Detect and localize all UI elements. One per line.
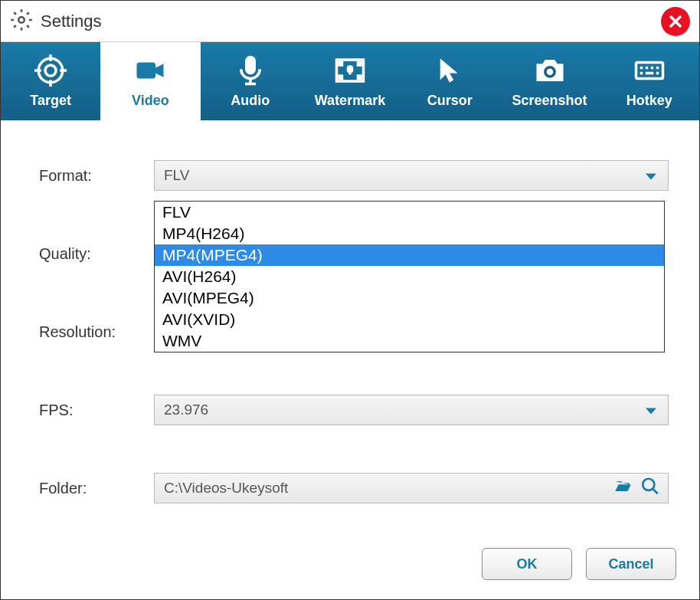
tab-bar: Target Video Audio (1, 42, 699, 120)
tab-video[interactable]: Video (100, 42, 200, 120)
camera-icon (534, 54, 566, 87)
folder-value: C:\Videos-Ukeysoft (164, 480, 288, 497)
tab-label: Screenshot (512, 93, 587, 109)
cursor-icon (433, 54, 466, 87)
svg-rect-13 (358, 62, 361, 65)
tab-label: Cursor (427, 93, 473, 109)
svg-rect-19 (646, 66, 649, 69)
video-icon (134, 54, 166, 87)
tab-target[interactable]: Target (1, 42, 100, 120)
close-button[interactable] (661, 7, 690, 36)
format-option[interactable]: MP4(MPEG4) (155, 244, 664, 266)
dialog-buttons: OK Cancel (482, 548, 676, 580)
format-row: Format: FLV (39, 159, 669, 192)
fps-label: FPS: (39, 402, 154, 419)
fps-row: FPS: 23.976 (39, 393, 669, 427)
window-title: Settings (41, 11, 102, 31)
svg-rect-22 (640, 71, 643, 74)
browse-icon[interactable] (640, 477, 660, 500)
svg-point-0 (18, 17, 25, 23)
svg-rect-8 (246, 57, 254, 73)
format-option[interactable]: FLV (155, 202, 664, 223)
ok-button[interactable]: OK (482, 548, 572, 580)
gear-icon (10, 8, 33, 34)
folder-input[interactable]: C:\Videos-Ukeysoft (154, 473, 669, 503)
open-folder-icon[interactable] (613, 477, 633, 500)
svg-rect-17 (636, 62, 662, 78)
format-select[interactable]: FLV (154, 160, 669, 191)
format-option[interactable]: AVI(H264) (155, 266, 664, 287)
watermark-icon (334, 54, 366, 87)
format-option[interactable]: AVI(MPEG4) (155, 287, 664, 309)
svg-rect-14 (339, 76, 342, 79)
svg-point-25 (643, 479, 654, 490)
tab-cursor[interactable]: Cursor (400, 42, 499, 120)
tab-watermark[interactable]: Watermark (300, 42, 400, 120)
svg-rect-12 (339, 62, 342, 65)
svg-rect-7 (137, 62, 156, 78)
tab-label: Target (30, 93, 71, 109)
svg-point-1 (38, 58, 63, 83)
tab-label: Audio (231, 93, 270, 109)
cancel-button[interactable]: Cancel (586, 548, 676, 580)
tab-label: Hotkey (626, 93, 672, 109)
close-icon (668, 14, 683, 29)
content-panel: Format: FLV Quality: Resolution: FPS: 23… (1, 120, 699, 565)
svg-rect-20 (651, 66, 654, 69)
tab-screenshot[interactable]: Screenshot (499, 42, 599, 120)
resolution-label: Resolution: (39, 323, 154, 341)
svg-rect-18 (640, 66, 643, 69)
tab-audio[interactable]: Audio (201, 42, 300, 120)
tab-hotkey[interactable]: Hotkey (600, 42, 699, 120)
svg-rect-23 (656, 71, 659, 74)
svg-rect-15 (358, 76, 361, 79)
tab-label: Watermark (315, 93, 385, 109)
format-option[interactable]: WMV (155, 330, 664, 352)
format-label: Format: (39, 167, 154, 185)
quality-label: Quality: (39, 245, 154, 263)
tab-label: Video (132, 93, 169, 109)
target-icon (34, 54, 67, 87)
format-dropdown: FLV MP4(H264) MP4(MPEG4) AVI(H264) AVI(M… (154, 201, 665, 352)
folder-row: Folder: C:\Videos-Ukeysoft (39, 471, 669, 505)
svg-rect-24 (646, 71, 654, 74)
keyboard-icon (633, 54, 666, 87)
format-option[interactable]: AVI(XVID) (155, 309, 664, 330)
microphone-icon (234, 54, 267, 87)
folder-label: Folder: (39, 480, 154, 497)
fps-value: 23.976 (164, 402, 208, 418)
format-value: FLV (164, 167, 189, 184)
format-option[interactable]: MP4(H264) (155, 223, 664, 244)
svg-line-26 (653, 489, 658, 494)
svg-rect-21 (656, 66, 659, 69)
svg-point-2 (45, 65, 56, 76)
titlebar: Settings (1, 1, 699, 42)
settings-window: Settings Target Video (0, 0, 700, 600)
fps-select[interactable]: 23.976 (154, 395, 669, 425)
